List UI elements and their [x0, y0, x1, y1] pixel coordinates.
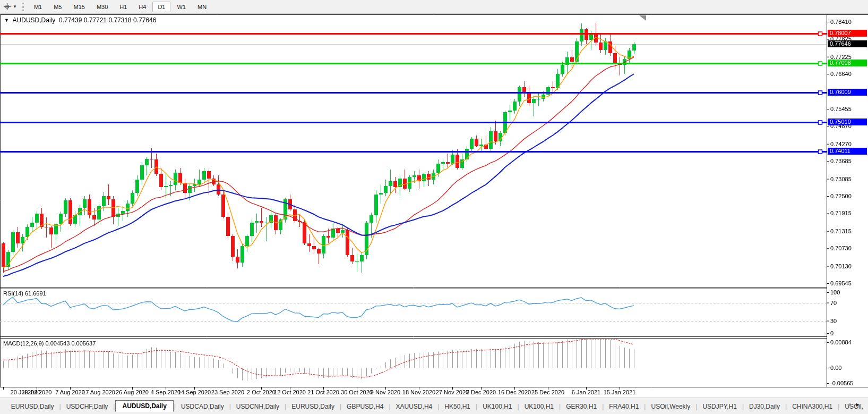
chart-tab-usdchf-daily[interactable]: USDCHF,Daily: [62, 401, 113, 412]
timeframe-button-h1[interactable]: H1: [114, 2, 132, 12]
chart-cursor-icon: [3, 3, 11, 11]
chart-tab-dj30-daily[interactable]: DJ30,Daily: [744, 401, 785, 412]
timeframe-button-h4[interactable]: H4: [133, 2, 151, 12]
timeframe-button-mn[interactable]: MN: [192, 2, 212, 12]
timeframe-button-d1[interactable]: D1: [152, 2, 170, 12]
chart-tab-bar: EURUSD,Daily|USDCHF,Daily|AUDUSD,Daily|U…: [0, 398, 868, 414]
chart-tab-xauusd-h4[interactable]: XAUUSD,H4: [391, 401, 437, 412]
rsi-indicator-label: RSI(14) 61.6691: [3, 290, 46, 297]
price-axis-tick: 0.73685: [830, 158, 852, 164]
chart-tab-usoil-weekly[interactable]: USOil,Weekly: [646, 401, 695, 412]
price-axis-tick: 0.69545: [830, 280, 852, 286]
tabs-scroll-right-icon[interactable]: ►: [855, 401, 864, 408]
chart-title: ▼ AUDUSD,Daily 0.77439 0.77721 0.77318 0…: [4, 16, 156, 24]
price-level-badge: 0.77008: [828, 60, 867, 66]
chart-tab-uk100-h1[interactable]: UK100,H1: [478, 401, 517, 412]
chevron-down-icon: ▼: [13, 4, 17, 9]
price-axis-tick: 0.71315: [830, 228, 852, 234]
chart-tab-usdjpy-h1[interactable]: USDJPY,H1: [698, 401, 741, 412]
macd-indicator-label: MACD(12,26,9) 0.004543 0.005637: [3, 340, 96, 347]
timeframe-button-m15[interactable]: M15: [68, 2, 90, 12]
chart-tab-uk100-h1[interactable]: UK100,H1: [520, 401, 558, 412]
macd-axis-tick: 0.00: [830, 365, 841, 371]
chart-tab-eurusd-daily[interactable]: EURUSD,Daily: [287, 401, 339, 412]
price-level-badge: 0.76009: [828, 89, 867, 96]
timeframe-button-w1[interactable]: W1: [171, 2, 191, 12]
price-axis-tick: 0.78410: [830, 19, 852, 25]
chart-tab-eurusd-daily[interactable]: EURUSD,Daily: [6, 401, 59, 412]
rsi-axis-tick: 100: [830, 289, 840, 295]
chart-tab-ger30-h1[interactable]: GER30,H1: [561, 401, 601, 412]
tabs-scroll-left-icon[interactable]: ◄: [846, 401, 855, 408]
chart-tab-fra40-h1[interactable]: FRA40,H1: [604, 401, 643, 412]
price-level-badge: 0.75010: [828, 119, 867, 125]
rsi-axis-tick: 30: [830, 318, 837, 324]
top-toolbar: ▼ M1M5M15M30H1H4D1W1MN: [0, 0, 868, 14]
chart-tab-china300-h1[interactable]: CHINA300,H1: [787, 401, 837, 412]
timeframe-button-m30[interactable]: M30: [91, 2, 113, 12]
price-level-badge: 0.74011: [828, 148, 867, 155]
price-axis-tick: 0.76640: [830, 71, 852, 77]
current-price-badge: 0.77646: [828, 40, 867, 47]
macd-axis-tick: 0.00884: [830, 339, 852, 345]
price-axis-tick: 0.70730: [830, 245, 852, 251]
rsi-axis-tick: 0: [830, 330, 833, 336]
price-axis-tick: 0.75455: [830, 106, 852, 112]
chart-ohlc-values: 0.77439 0.77721 0.77318 0.77646: [59, 16, 157, 24]
timeframe-button-m5[interactable]: M5: [48, 2, 67, 12]
price-axis-tick: 0.72500: [830, 193, 852, 199]
price-axis-tick: 0.73085: [830, 176, 852, 182]
timeframe-button-m1[interactable]: M1: [29, 2, 47, 12]
price-axis-tick: 0.74270: [830, 141, 852, 147]
price-axis-tick: 0.71915: [830, 210, 852, 216]
cursor-tool-button[interactable]: ▼: [3, 3, 17, 11]
chart-canvas[interactable]: [0, 0, 868, 414]
toolbar-grip[interactable]: [22, 3, 24, 11]
price-axis-tick: 0.70130: [830, 263, 852, 269]
macd-axis-tick: -0.00565: [830, 380, 853, 386]
timeframe-buttons: M1M5M15M30H1H4D1W1MN: [28, 2, 212, 12]
chart-tab-hk50-h1[interactable]: HK50,H1: [440, 401, 475, 412]
chart-collapse-caret-icon: ▼: [4, 18, 9, 23]
chart-tab-usdcad-daily[interactable]: USDCAD,Daily: [176, 401, 229, 412]
date-axis-label: 15 Jan 2021: [595, 389, 644, 395]
chart-tab-gbpusd-h4[interactable]: GBPUSD,H4: [342, 401, 388, 412]
price-level-badge: 0.78007: [828, 30, 867, 37]
chart-symbol-label: AUDUSD,Daily: [13, 16, 56, 24]
chart-tab-audusd-daily[interactable]: AUDUSD,Daily: [115, 400, 173, 412]
rsi-axis-tick: 70: [830, 300, 837, 306]
chart-tab-usdcnh-daily[interactable]: USDCNH,Daily: [231, 401, 284, 412]
